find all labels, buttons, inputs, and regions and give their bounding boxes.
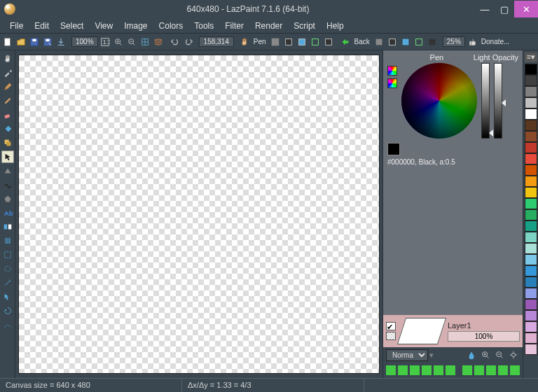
current-color-swatch[interactable] [387, 143, 400, 155]
menu-file[interactable]: File [4, 19, 29, 33]
swatch-10[interactable] [525, 176, 537, 187]
swatch-17[interactable] [525, 254, 537, 265]
back-color-button[interactable] [339, 36, 352, 48]
clone-tool[interactable] [1, 136, 14, 149]
eraser-tool[interactable] [1, 108, 14, 121]
menu-image[interactable]: Image [118, 19, 153, 33]
layer-settings-icon[interactable] [507, 349, 520, 361]
layer-visible-toggle[interactable]: ✔ [386, 322, 396, 330]
opacity-slider[interactable] [494, 63, 502, 139]
back-shape-3[interactable] [399, 36, 412, 48]
pen-shape-4[interactable] [322, 36, 335, 48]
swatch-6[interactable] [525, 131, 537, 142]
swatch-7[interactable] [525, 142, 537, 153]
opacity-value[interactable]: 25% [443, 36, 465, 47]
menu-script[interactable]: Script [288, 19, 321, 33]
menu-edit[interactable]: Edit [29, 19, 55, 33]
layer-misc-1[interactable] [486, 365, 496, 375]
swatch-25[interactable] [525, 344, 537, 355]
brush-tool[interactable] [1, 94, 14, 107]
layer-name[interactable]: Layer1 [448, 321, 520, 330]
back-shape-1[interactable] [373, 36, 385, 48]
new-file-button[interactable] [1, 36, 14, 48]
minimize-button[interactable]: — [475, 1, 495, 18]
layer-misc-3[interactable] [510, 365, 520, 375]
swatch-5[interactable] [525, 120, 537, 131]
layer-down-button[interactable] [474, 365, 484, 375]
swatch-15[interactable] [525, 232, 537, 243]
polygon-tool[interactable] [1, 192, 14, 205]
donate-label[interactable]: Donate... [479, 38, 512, 46]
swatch-0[interactable] [525, 64, 537, 75]
layer-new-button[interactable] [386, 365, 396, 375]
color-wheel[interactable] [401, 63, 477, 139]
zoom-out-button[interactable] [125, 36, 138, 48]
swatch-18[interactable] [525, 265, 537, 276]
layer-drop-icon[interactable] [465, 349, 478, 361]
layer-zoom-in-icon[interactable] [479, 349, 492, 361]
menu-render[interactable]: Render [249, 19, 288, 33]
swatch-2[interactable] [525, 86, 537, 97]
layer-up-button[interactable] [462, 365, 472, 375]
hand-tool[interactable] [1, 52, 14, 65]
layer-opacity[interactable]: 100% [448, 331, 520, 342]
close-button[interactable]: ✕ [514, 1, 538, 18]
maximize-button[interactable]: ▢ [495, 1, 514, 18]
redo-button[interactable] [182, 36, 195, 48]
swatch-3[interactable] [525, 97, 537, 108]
menu-view[interactable]: View [89, 19, 118, 33]
swatch-menu-icon[interactable]: ≡▾ [525, 52, 537, 62]
layer-preview[interactable] [397, 318, 446, 344]
zoom-level[interactable]: 100% [71, 36, 98, 47]
layer-folder-button[interactable] [398, 365, 408, 375]
download-button[interactable] [55, 36, 67, 48]
canvas[interactable] [18, 55, 380, 374]
shape-tool[interactable] [1, 164, 14, 177]
swatch-19[interactable] [525, 276, 537, 288]
layer-del-button[interactable] [434, 365, 443, 375]
swatch-20[interactable] [525, 288, 537, 299]
pen-color-button[interactable] [269, 36, 282, 48]
text-tool[interactable]: Ab [1, 206, 14, 219]
deform-tool[interactable] [1, 234, 14, 247]
line-tool[interactable] [1, 178, 14, 191]
swatch-4[interactable] [525, 108, 537, 120]
swatch-12[interactable] [525, 198, 537, 209]
layers-button[interactable] [152, 36, 165, 48]
save-button[interactable] [28, 36, 41, 48]
swatch-1[interactable] [525, 75, 537, 86]
save-as-button[interactable] [41, 36, 54, 48]
color-btn-1[interactable] [387, 66, 397, 76]
swatch-23[interactable] [525, 321, 537, 332]
back-shape-4[interactable] [413, 36, 425, 48]
layer-misc-2[interactable] [498, 365, 508, 375]
swatch-24[interactable] [525, 332, 537, 344]
pen-shape-2[interactable] [296, 36, 308, 48]
back-shape-2[interactable] [386, 36, 399, 48]
magic-wand-tool[interactable] [1, 276, 14, 289]
layer-zoom-out-icon[interactable] [493, 349, 506, 361]
swatch-8[interactable] [525, 153, 537, 164]
grid-button[interactable] [139, 36, 151, 48]
swatch-13[interactable] [525, 209, 537, 220]
layer-alpha-thumb[interactable] [386, 332, 396, 340]
layer-dup-button[interactable] [410, 365, 420, 375]
select-ellipse-tool[interactable] [1, 262, 14, 275]
pen-tool[interactable] [1, 80, 14, 93]
swatch-11[interactable] [525, 187, 537, 198]
menu-colors[interactable]: Colors [153, 19, 189, 33]
menu-help[interactable]: Help [321, 19, 350, 33]
undo-button[interactable] [169, 36, 181, 48]
menu-tools[interactable]: Tools [188, 19, 219, 33]
picker-tool[interactable] [1, 66, 14, 79]
layer-merge-button[interactable] [422, 365, 432, 375]
pen-shape-1[interactable] [282, 36, 295, 48]
move-sel-tool[interactable] [1, 290, 14, 303]
menu-select[interactable]: Select [55, 19, 89, 33]
select-pen-tool[interactable] [1, 318, 14, 331]
menu-filter[interactable]: Filter [219, 19, 249, 33]
back-shape-5[interactable] [426, 36, 439, 48]
swatch-9[interactable] [525, 164, 537, 176]
pointer-tool[interactable] [1, 150, 14, 163]
select-rect-tool[interactable] [1, 248, 14, 261]
